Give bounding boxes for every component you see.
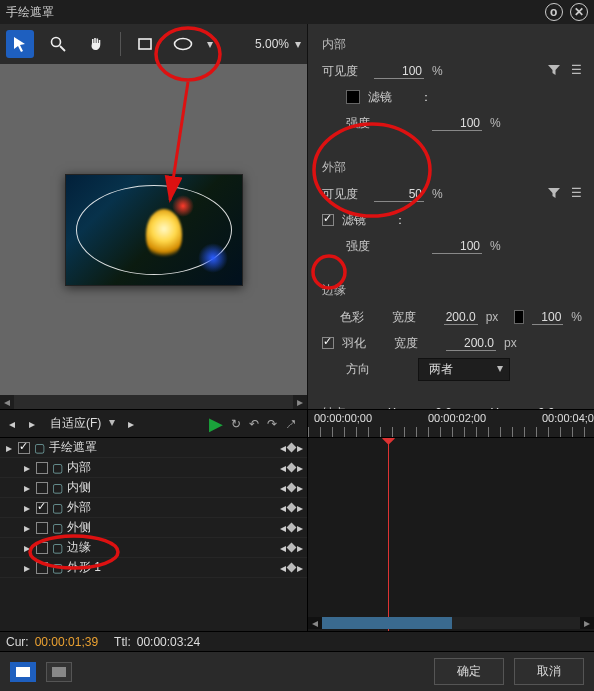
select-tool[interactable] xyxy=(6,30,34,58)
zoom-control[interactable]: 5.00% ▾ xyxy=(243,37,301,51)
timeline-hscroll[interactable]: ◂ ▸ xyxy=(308,617,594,629)
expand-icon[interactable]: ▸ xyxy=(22,561,32,575)
pct-unit: % xyxy=(432,64,443,78)
expand-icon[interactable]: ▸ xyxy=(4,441,14,455)
redo-icon[interactable]: ↷ xyxy=(267,417,277,431)
zoom-value[interactable]: 5.00% xyxy=(243,37,291,51)
track-row[interactable]: ▸▢外侧◂ ▸ xyxy=(0,518,307,538)
filter-icon[interactable] xyxy=(547,63,561,80)
close-icon[interactable]: ✕ xyxy=(570,3,588,21)
expand-icon[interactable]: ▸ xyxy=(22,481,32,495)
track-visibility-checkbox[interactable] xyxy=(36,542,48,554)
scroll-track[interactable] xyxy=(322,617,580,629)
rectangle-mask-tool[interactable] xyxy=(131,30,159,58)
scroll-right-icon[interactable]: ▸ xyxy=(293,395,307,409)
edge-feather-width-field[interactable]: 200.0 xyxy=(446,336,496,351)
outer-visibility-field[interactable]: 50 xyxy=(374,187,424,202)
track-visibility-checkbox[interactable] xyxy=(36,482,48,494)
scroll-right-icon[interactable]: ▸ xyxy=(580,617,594,629)
keyframe-nav[interactable]: ◂ ▸ xyxy=(280,441,303,455)
edge-color-swatch[interactable] xyxy=(514,310,523,324)
cancel-button[interactable]: 取消 xyxy=(514,658,584,685)
inner-visibility-field[interactable]: 100 xyxy=(374,64,424,79)
keyframe-diamond-icon[interactable] xyxy=(287,503,297,513)
loop-icon[interactable]: ↻ xyxy=(231,417,241,431)
keyframe-diamond-icon[interactable] xyxy=(287,443,297,453)
list-icon[interactable]: ☰ xyxy=(571,63,582,80)
scroll-track[interactable] xyxy=(14,395,293,409)
window-title: 手绘遮罩 xyxy=(6,4,54,21)
outer-filter-checkbox[interactable] xyxy=(322,214,334,226)
track-name: 外侧 xyxy=(67,519,276,536)
edge-direction-select[interactable]: 两者 xyxy=(418,358,510,381)
track-visibility-checkbox[interactable] xyxy=(36,502,48,514)
expand-icon[interactable]: ▸ xyxy=(22,521,32,535)
scroll-left-icon[interactable]: ◂ xyxy=(308,617,322,629)
track-visibility-checkbox[interactable] xyxy=(18,442,30,454)
keyframe-nav[interactable]: ◂ ▸ xyxy=(280,521,303,535)
track-row[interactable]: ▸▢外部◂ ▸ xyxy=(0,498,307,518)
play-icon[interactable]: ▶ xyxy=(209,413,223,435)
filter-icon[interactable] xyxy=(547,186,561,203)
keyframe-nav[interactable]: ◂ ▸ xyxy=(280,481,303,495)
playhead[interactable] xyxy=(388,438,389,631)
list-icon[interactable]: ☰ xyxy=(571,186,582,203)
track-area[interactable] xyxy=(308,438,594,631)
ellipse-mask-tool[interactable] xyxy=(169,30,197,58)
next-icon[interactable]: ▸ xyxy=(123,416,139,432)
scroll-thumb[interactable] xyxy=(322,617,452,629)
inner-strength-field[interactable]: 100 xyxy=(432,116,482,131)
ok-button[interactable]: 确定 xyxy=(434,658,504,685)
tool-dropdown-caret[interactable]: ▾ xyxy=(207,37,213,51)
track-visibility-checkbox[interactable] xyxy=(36,462,48,474)
undo-icon[interactable]: ↶ xyxy=(249,417,259,431)
edge-color-pct-field[interactable]: 100 xyxy=(532,310,564,325)
next-frame-icon[interactable]: ▸ xyxy=(24,416,40,432)
expand-icon[interactable]: ▸ xyxy=(22,461,32,475)
inner-strength-label: 强度 xyxy=(346,115,390,132)
graph-icon[interactable]: ⭧ xyxy=(285,417,297,431)
keyframe-nav[interactable]: ◂ ▸ xyxy=(280,501,303,515)
keyframe-diamond-icon[interactable] xyxy=(287,483,297,493)
cur-label: Cur: xyxy=(6,635,29,649)
keyframe-nav[interactable]: ◂ ▸ xyxy=(280,561,303,575)
canvas-hscroll[interactable]: ◂ ▸ xyxy=(0,395,307,409)
expand-icon[interactable]: ▸ xyxy=(22,501,32,515)
view-single-icon[interactable] xyxy=(10,662,36,682)
mask-canvas[interactable] xyxy=(0,64,307,395)
edge-color-width-field[interactable]: 200.0 xyxy=(444,310,478,325)
timeline-ruler[interactable]: 00:00:00;00 00:00:02;00 00:00:04;0 xyxy=(308,410,594,437)
view-dual-icon[interactable] xyxy=(46,662,72,682)
inner-filter-swatch[interactable] xyxy=(346,90,360,104)
window-controls: o ✕ xyxy=(541,3,588,21)
outer-visibility-label: 可见度 xyxy=(322,186,366,203)
track-row[interactable]: ▸▢手绘遮罩◂ ▸ xyxy=(0,438,307,458)
fit-select[interactable]: 自适应(F) xyxy=(44,413,119,434)
prev-frame-icon[interactable]: ◂ xyxy=(4,416,20,432)
keyframe-diamond-icon[interactable] xyxy=(287,463,297,473)
zoom-tool[interactable] xyxy=(44,30,72,58)
keyframe-nav[interactable]: ◂ ▸ xyxy=(280,461,303,475)
keyframe-diamond-icon[interactable] xyxy=(287,543,297,553)
keyframe-nav[interactable]: ◂ ▸ xyxy=(280,541,303,555)
svg-point-0 xyxy=(52,38,61,47)
track-row[interactable]: ▸▢内部◂ ▸ xyxy=(0,458,307,478)
expand-icon[interactable]: ▸ xyxy=(22,541,32,555)
track-visibility-checkbox[interactable] xyxy=(36,562,48,574)
pan-tool[interactable] xyxy=(82,30,110,58)
track-visibility-checkbox[interactable] xyxy=(36,522,48,534)
help-icon[interactable]: o xyxy=(545,3,563,21)
keyframe-diamond-icon[interactable] xyxy=(287,563,297,573)
left-panel: ▾ 5.00% ▾ ◂ ▸ xyxy=(0,24,308,409)
track-name: 边缘 xyxy=(67,539,276,556)
title-bar: 手绘遮罩 o ✕ xyxy=(0,0,594,24)
outer-strength-field[interactable]: 100 xyxy=(432,239,482,254)
track-row[interactable]: ▸▢边缘◂ ▸ xyxy=(0,538,307,558)
edge-feather-checkbox[interactable] xyxy=(322,337,334,349)
track-row[interactable]: ▸▢内侧◂ ▸ xyxy=(0,478,307,498)
track-row[interactable]: ▸▢外形 1◂ ▸ xyxy=(0,558,307,578)
keyframe-diamond-icon[interactable] xyxy=(287,523,297,533)
scroll-left-icon[interactable]: ◂ xyxy=(0,395,14,409)
zoom-caret-icon[interactable]: ▾ xyxy=(295,37,301,51)
main-area: ▾ 5.00% ▾ ◂ ▸ 内部 可见度 100 % xyxy=(0,24,594,409)
